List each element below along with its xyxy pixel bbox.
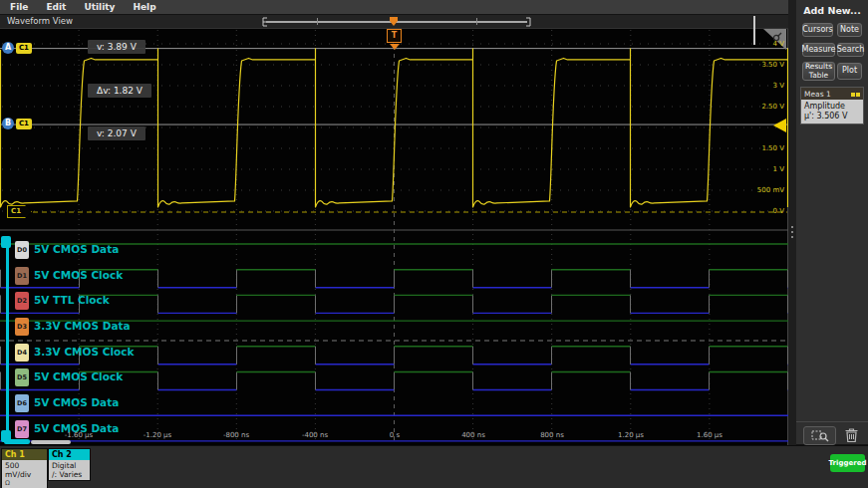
overview-tick bbox=[476, 18, 477, 25]
menu-bar: File Edit Utility Help bbox=[0, 0, 788, 15]
channel1-scale: 500 mV/div bbox=[5, 461, 44, 479]
splitter-dot bbox=[791, 231, 793, 233]
d3-label: 3.3V CMOS Data bbox=[34, 320, 131, 332]
d5-label: 5V CMOS Clock bbox=[34, 370, 123, 382]
time-label: 0 s bbox=[390, 431, 400, 439]
d0-label: 5V CMOS Data bbox=[34, 243, 119, 255]
cursor-delta-readout: Δv: 1.82 V bbox=[88, 84, 151, 98]
time-label: 1.20 µs bbox=[618, 431, 644, 439]
view-highlight-edge bbox=[753, 16, 755, 45]
digital-row-d5: D5 5V CMOS Clock bbox=[0, 366, 788, 391]
splitter-dot bbox=[791, 226, 793, 228]
channel2-badge-title: Ch 2 bbox=[49, 449, 90, 460]
time-label: 800 ns bbox=[540, 431, 564, 439]
cursor-a-badge-group[interactable]: A C1 bbox=[2, 42, 32, 54]
channel2-badge[interactable]: Ch 2 Digital ∕: Varies bbox=[48, 448, 91, 481]
add-new-title: Add New... bbox=[796, 5, 868, 16]
measurement-badge-header: Meas 1 bbox=[801, 88, 863, 100]
panel-splitter[interactable] bbox=[788, 0, 796, 445]
time-label: 1.60 µs bbox=[697, 431, 723, 439]
v-axis-label: 1 V bbox=[773, 165, 784, 173]
results-table-button[interactable]: Results Table bbox=[802, 62, 835, 81]
trigger-position-marker-tip bbox=[390, 21, 398, 26]
d4-badge[interactable]: D4 bbox=[15, 344, 29, 362]
d6-badge[interactable]: D6 bbox=[15, 394, 29, 412]
overview-right-bracket bbox=[525, 17, 531, 27]
impedance-icon: Ω bbox=[5, 479, 44, 488]
results-bar: Add New... Cursors Note Measure Search R… bbox=[796, 0, 868, 445]
v-axis-label: 1.50 V bbox=[761, 144, 784, 152]
measurement-source-squares bbox=[850, 90, 860, 99]
trigger-level-arrow[interactable] bbox=[773, 119, 786, 132]
d7-badge[interactable]: D7 bbox=[15, 420, 29, 438]
cursor-b-channel-tag: C1 bbox=[16, 119, 32, 129]
trash-icon bbox=[844, 427, 859, 443]
note-button[interactable]: Note bbox=[837, 23, 862, 37]
d2-badge[interactable]: D2 bbox=[15, 292, 29, 310]
sidebar-divider bbox=[796, 421, 868, 422]
d6-label: 5V CMOS Data bbox=[34, 396, 119, 408]
zoom-box-icon bbox=[811, 429, 829, 442]
d1-label: 5V CMOS Clock bbox=[34, 269, 123, 281]
channel2-mode: Digital bbox=[52, 461, 87, 470]
cursor-b-badge-group[interactable]: B C1 bbox=[2, 118, 32, 129]
v-axis-label: 3 V bbox=[773, 82, 784, 90]
zoom-mode-button[interactable] bbox=[803, 426, 836, 445]
digital-group-handle-top[interactable] bbox=[1, 236, 11, 248]
menu-edit[interactable]: Edit bbox=[46, 2, 66, 12]
digital-row-d1: D1 5V CMOS Clock bbox=[0, 265, 788, 290]
view-title: Waveform View bbox=[7, 16, 73, 26]
channel1-badge[interactable]: Ch 1 500 mV/div Ω 100 MHz bbox=[1, 448, 48, 488]
plot-button[interactable]: Plot bbox=[837, 63, 862, 80]
d4-label: 3.3V CMOS Clock bbox=[34, 346, 134, 358]
measure-button[interactable]: Measure bbox=[802, 43, 835, 57]
cursor-b-readout[interactable]: v: 2.07 V bbox=[88, 126, 145, 140]
d2-label: 5V TTL Clock bbox=[34, 294, 110, 306]
d5-badge[interactable]: D5 bbox=[15, 368, 29, 386]
cursor-a-readout[interactable]: v: 3.89 V bbox=[88, 40, 145, 54]
view-header-strip: Waveform View bbox=[0, 15, 788, 29]
v-axis-label: 500 mV bbox=[757, 186, 784, 194]
digital-row-d3: D3 3.3V CMOS Data bbox=[0, 316, 788, 341]
menu-utility[interactable]: Utility bbox=[84, 2, 115, 12]
trigger-flag-tail bbox=[390, 44, 400, 50]
time-label: 400 ns bbox=[461, 431, 485, 439]
measurement-title: Meas 1 bbox=[804, 90, 831, 99]
channel2-threshold: ∕: Varies bbox=[52, 470, 87, 479]
trigger-flag[interactable]: T bbox=[387, 29, 402, 43]
cursor-a-channel-tag: C1 bbox=[16, 43, 32, 54]
search-button[interactable]: Search bbox=[837, 43, 864, 57]
v-axis-label: 3.50 V bbox=[761, 61, 784, 69]
channel1-badge-title: Ch 1 bbox=[2, 449, 47, 460]
time-label: -1.20 µs bbox=[144, 431, 171, 439]
trash-button[interactable] bbox=[842, 426, 860, 443]
menu-file[interactable]: File bbox=[10, 2, 28, 12]
d0-badge[interactable]: D0 bbox=[15, 241, 29, 259]
cursor-b-badge: B bbox=[2, 118, 14, 129]
d3-badge[interactable]: D3 bbox=[15, 318, 29, 336]
v-axis-label: 0 V bbox=[773, 207, 784, 215]
time-label: -800 ns bbox=[223, 431, 249, 439]
measurement-badge[interactable]: Meas 1 Amplitude µ': 3.506 V bbox=[800, 87, 864, 124]
measurement-badge-body: Amplitude µ': 3.506 V bbox=[801, 100, 863, 123]
time-label: -1.60 µs bbox=[65, 431, 93, 439]
settings-bar: Ch 1 500 mV/div Ω 100 MHz Ch 2 Digital ∕… bbox=[0, 445, 868, 488]
v-axis-label: 2.50 V bbox=[761, 103, 784, 111]
measurement-value: µ': 3.506 V bbox=[804, 112, 860, 122]
digital-row-d4: D4 3.3V CMOS Clock bbox=[0, 342, 788, 366]
scrollbar-tab-gray[interactable] bbox=[31, 440, 71, 444]
splitter-dot bbox=[791, 236, 793, 238]
scrollbar-tab-cyan[interactable] bbox=[4, 439, 30, 444]
digital-row-d2: D2 5V TTL Clock bbox=[0, 290, 788, 315]
digital-row-d6: D6 5V CMOS Data bbox=[0, 392, 788, 417]
menu-help[interactable]: Help bbox=[133, 2, 155, 12]
digital-row-d0: D0 5V CMOS Data bbox=[0, 239, 788, 264]
overview-left-bracket bbox=[262, 17, 268, 27]
cursors-button[interactable]: Cursors bbox=[802, 23, 833, 37]
waveform-view: Waveform View T A C1 v: 3.89 V Δv: 1.82 … bbox=[0, 15, 788, 445]
measurement-name: Amplitude bbox=[804, 102, 860, 112]
digital-group-bar bbox=[6, 236, 9, 444]
cursor-a-badge: A bbox=[2, 42, 14, 54]
v-axis-label: 4 V bbox=[773, 40, 784, 48]
d1-badge[interactable]: D1 bbox=[15, 267, 29, 285]
